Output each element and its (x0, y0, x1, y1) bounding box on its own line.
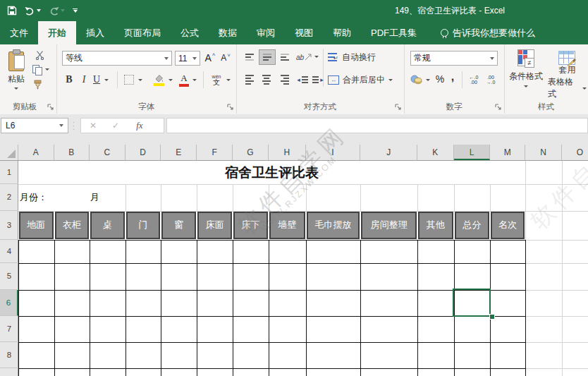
accounting-dropdown[interactable] (426, 79, 430, 81)
column-header-K[interactable]: K (417, 145, 454, 160)
alignment-dialog-launcher[interactable] (395, 104, 402, 111)
formula-input[interactable] (166, 118, 588, 133)
orientation-button[interactable]: ab (295, 50, 312, 64)
column-header-C[interactable]: C (90, 145, 125, 160)
table-header-cell-13[interactable]: 名次 (491, 212, 525, 239)
copy-dropdown[interactable] (45, 68, 49, 71)
column-header-N[interactable]: N (525, 145, 562, 160)
align-bottom-button[interactable] (277, 50, 293, 64)
column-header-O[interactable]: O (562, 145, 588, 160)
column-header-D[interactable]: D (125, 145, 161, 160)
number-format-combo[interactable]: 常规 (410, 51, 498, 66)
undo-icon[interactable] (25, 6, 41, 16)
table-header-cell-8[interactable]: 墙壁 (269, 212, 305, 239)
column-header-M[interactable]: M (490, 145, 525, 160)
ribbon-tab-8[interactable]: 视图 (285, 21, 323, 44)
column-header-G[interactable]: G (233, 145, 269, 160)
ribbon-tab-3[interactable]: 插入 (76, 21, 114, 44)
format-painter-button[interactable] (32, 79, 44, 90)
month-label-cell[interactable]: 月份： (20, 184, 47, 211)
tell-me-box[interactable]: 告诉我你想要做什么 (441, 21, 535, 44)
ribbon-tab-7[interactable]: 审阅 (247, 21, 285, 44)
borders-dropdown[interactable] (138, 79, 142, 81)
font-dialog-launcher[interactable] (227, 104, 234, 111)
fill-color-button[interactable] (151, 71, 166, 88)
fill-color-dropdown[interactable] (169, 79, 173, 81)
font-size-combo[interactable]: 11 (175, 51, 200, 66)
enter-button[interactable]: ✓ (112, 121, 119, 131)
column-header-L[interactable]: L (454, 145, 491, 160)
decrease-indent-button[interactable]: ◂ (295, 73, 310, 87)
align-center-button[interactable] (259, 73, 274, 87)
decrease-font-button[interactable]: A˅ (219, 50, 233, 66)
align-middle-button[interactable] (259, 49, 276, 65)
fill-handle[interactable] (489, 314, 495, 320)
ribbon-tab-1[interactable]: 文件 (0, 21, 38, 44)
row-header-2[interactable]: 2 (0, 184, 18, 211)
row-header-8[interactable]: 8 (0, 342, 18, 368)
paste-button[interactable]: 粘贴 (4, 48, 28, 99)
decrease-decimal-button[interactable]: .00→.0 (483, 73, 498, 87)
align-top-button[interactable] (242, 50, 257, 64)
table-header-cell-12[interactable]: 总分 (455, 212, 490, 239)
merge-center-button[interactable]: ↔ 合并后居中 (328, 73, 404, 87)
save-icon[interactable] (7, 6, 17, 16)
month-unit-cell[interactable]: 月 (90, 184, 99, 211)
orientation-dropdown[interactable] (314, 56, 319, 58)
italic-button[interactable]: I (79, 73, 89, 87)
table-header-cell-2[interactable]: 衣柜 (55, 212, 89, 239)
wrap-text-button[interactable]: ↵ 自动换行 (328, 50, 405, 64)
ribbon-tab-5[interactable]: 公式 (171, 21, 209, 44)
sheet-grid[interactable]: 宿舍卫生评比表 月份： 月 地面衣柜桌门窗床面床下墙壁毛巾摆放房间整理其他总分名… (0, 161, 588, 376)
percent-button[interactable]: % (434, 72, 446, 86)
font-name-combo[interactable]: 等线 (62, 51, 172, 66)
increase-indent-button[interactable]: ▸ (311, 73, 325, 87)
row-header-6[interactable]: 6 (0, 290, 18, 317)
align-left-button[interactable] (242, 73, 257, 87)
table-header-cell-7[interactable]: 床下 (233, 212, 268, 239)
ribbon-tab-2[interactable]: 开始 (38, 21, 76, 44)
row-header-5[interactable]: 5 (0, 263, 18, 289)
bold-button[interactable]: B (63, 73, 75, 87)
select-all-button[interactable] (0, 145, 18, 160)
accounting-format-button[interactable] (408, 73, 424, 87)
ribbon-tab-10[interactable]: PDF工具集 (361, 21, 427, 44)
ribbon-tab-9[interactable]: 帮助 (323, 21, 361, 44)
column-header-I[interactable]: I (306, 145, 361, 160)
phonetic-dropdown[interactable] (226, 79, 231, 81)
table-header-cell-5[interactable]: 窗 (161, 212, 196, 239)
clipboard-dialog-launcher[interactable] (47, 104, 54, 111)
table-header-cell-11[interactable]: 其他 (418, 212, 453, 239)
row-header-1[interactable]: 1 (0, 161, 18, 184)
underline-dropdown[interactable] (104, 79, 109, 81)
row-header-4[interactable]: 4 (0, 240, 18, 263)
column-header-B[interactable]: B (54, 145, 90, 160)
increase-decimal-button[interactable]: ←.0.00 (466, 73, 482, 87)
name-box[interactable]: L6 (1, 118, 68, 133)
row-header-7[interactable]: 7 (0, 316, 18, 341)
sheet-title-cell[interactable]: 宿舍卫生评比表 (18, 161, 525, 184)
number-dialog-launcher[interactable] (495, 104, 502, 111)
table-header-cell-3[interactable]: 桌 (90, 212, 125, 239)
selected-cell-outline[interactable] (453, 289, 491, 317)
table-header-cell-10[interactable]: 房间整理 (361, 212, 417, 239)
font-color-dropdown[interactable] (192, 79, 197, 81)
column-header-H[interactable]: H (269, 145, 306, 160)
align-right-button[interactable] (277, 73, 293, 87)
comma-button[interactable]: , (448, 70, 457, 84)
phonetic-button[interactable]: wén 文 (209, 71, 224, 88)
ribbon-tab-6[interactable]: 数据 (209, 21, 247, 44)
insert-function-button[interactable]: fx (136, 120, 142, 131)
table-header-cell-9[interactable]: 毛巾摆放 (307, 212, 360, 239)
name-box-splitter[interactable]: ∙∙∙ (73, 121, 75, 131)
ribbon-tab-4[interactable]: 页面布局 (114, 21, 171, 44)
copy-button[interactable] (31, 64, 44, 76)
borders-button[interactable] (123, 73, 135, 86)
format-as-table-button[interactable]: 套用 表格格式 (548, 48, 587, 100)
row-header-3[interactable]: 3 (0, 211, 18, 240)
cut-button[interactable] (32, 49, 47, 61)
underline-button[interactable]: U (92, 73, 102, 87)
customize-qat-icon[interactable] (73, 8, 78, 13)
redo-icon[interactable] (49, 6, 65, 16)
font-color-button[interactable]: A (178, 71, 190, 88)
